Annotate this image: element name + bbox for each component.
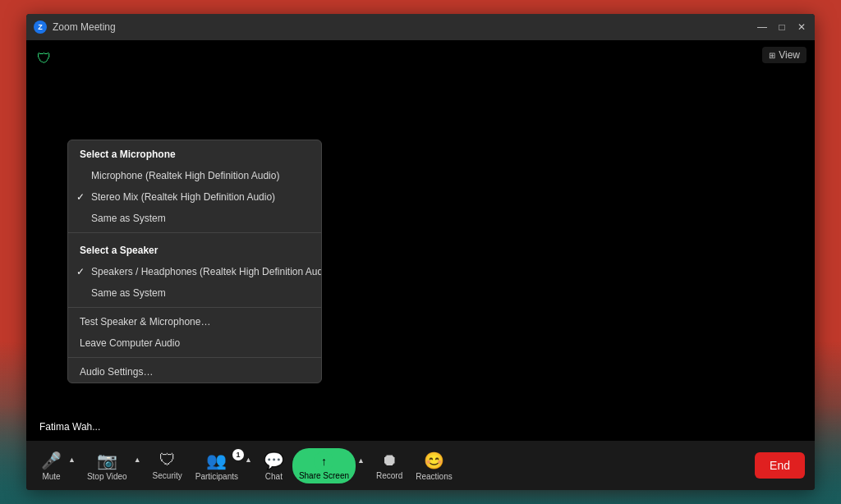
stop-video-group: 📷 Stop Video ▲ — [82, 447, 145, 484]
microphone-item-stereo-mix[interactable]: Stereo Mix (Realtek High Definition Audi… — [68, 186, 321, 208]
mute-button[interactable]: 🎤 Mute — [36, 447, 67, 484]
record-label: Record — [376, 471, 402, 480]
mute-label: Mute — [42, 472, 60, 481]
record-icon: ⏺ — [381, 451, 398, 470]
toolbar: 🎤 Mute ▲ 📷 Stop Video ▲ 🛡 Security 👥 Par… — [26, 441, 815, 490]
reactions-icon: 😊 — [424, 451, 444, 470]
microphone-section-header: Select a Microphone — [68, 140, 321, 165]
participants-group: 👥 Participants 1 ▲ — [191, 447, 255, 484]
reactions-button[interactable]: 😊 Reactions — [411, 447, 457, 484]
security-shield[interactable]: 🛡 — [34, 48, 54, 68]
chat-button[interactable]: 💬 Chat — [259, 447, 289, 484]
window-controls: — □ ✕ — [756, 21, 808, 34]
participants-chevron[interactable]: ▲ — [243, 449, 255, 467]
chat-icon: 💬 — [264, 451, 284, 470]
menu-divider-1 — [68, 232, 321, 233]
mute-chevron[interactable]: ▲ — [67, 449, 79, 467]
shield-icon: 🛡 — [37, 50, 52, 67]
security-icon: 🛡 — [159, 451, 176, 470]
share-screen-group: ↑ Share Screen ▲ — [292, 448, 368, 483]
audio-settings-item[interactable]: Audio Settings… — [68, 361, 321, 383]
view-button[interactable]: ⊞ View — [762, 47, 807, 63]
zoom-logo-circle: Z — [34, 21, 47, 34]
mute-group: 🎤 Mute ▲ — [36, 447, 79, 484]
menu-divider-2 — [68, 307, 321, 308]
microphone-item-same-as-system[interactable]: Same as System — [68, 208, 321, 229]
participant-name: Fatima Wah... — [34, 419, 105, 434]
share-chevron[interactable]: ▲ — [356, 450, 368, 468]
maximize-button[interactable]: □ — [775, 21, 788, 34]
share-screen-icon: ↑ — [314, 451, 333, 471]
video-chevron[interactable]: ▲ — [132, 449, 145, 467]
menu-divider-3 — [68, 357, 321, 358]
record-button[interactable]: ⏺ Record — [371, 447, 407, 483]
speaker-item-same-as-system[interactable]: Same as System — [68, 282, 321, 304]
participants-icon: 👥 — [206, 451, 227, 470]
leave-computer-audio-item[interactable]: Leave Computer Audio — [68, 332, 321, 354]
microphone-icon: 🎤 — [41, 451, 62, 470]
participants-label: Participants — [195, 472, 238, 481]
share-screen-label: Share Screen — [299, 471, 349, 480]
camera-icon: 📷 — [97, 451, 117, 470]
test-speaker-microphone-item[interactable]: Test Speaker & Microphone… — [68, 311, 321, 332]
reactions-label: Reactions — [416, 472, 452, 481]
chat-label: Chat — [265, 472, 283, 481]
video-area: 🛡 ⊞ View Fatima Wah... Select a Micropho… — [26, 40, 815, 441]
security-button[interactable]: 🛡 Security — [148, 447, 187, 483]
speaker-item-headphones[interactable]: Speakers / Headphones (Realtek High Defi… — [68, 261, 321, 282]
minimize-button[interactable]: — — [756, 21, 769, 34]
microphone-item-realtek[interactable]: Microphone (Realtek High Definition Audi… — [68, 165, 321, 186]
speaker-section-header: Select a Speaker — [68, 236, 321, 261]
stop-video-label: Stop Video — [87, 472, 127, 481]
audio-dropdown-menu: Select a Microphone Microphone (Realtek … — [67, 140, 322, 383]
zoom-logo: Z — [33, 20, 48, 34]
security-label: Security — [153, 471, 182, 480]
grid-icon: ⊞ — [769, 51, 775, 60]
view-label: View — [779, 49, 800, 61]
end-button[interactable]: End — [755, 452, 805, 479]
close-button[interactable]: ✕ — [795, 21, 808, 34]
share-screen-button[interactable]: ↑ Share Screen — [292, 448, 356, 483]
window-title: Zoom Meeting — [53, 21, 756, 33]
zoom-window: Z Zoom Meeting — □ ✕ 🛡 ⊞ View Fatima Wah… — [26, 14, 815, 490]
title-bar: Z Zoom Meeting — □ ✕ — [26, 14, 815, 40]
participants-badge: 1 — [232, 449, 244, 460]
stop-video-button[interactable]: 📷 Stop Video — [82, 447, 132, 484]
